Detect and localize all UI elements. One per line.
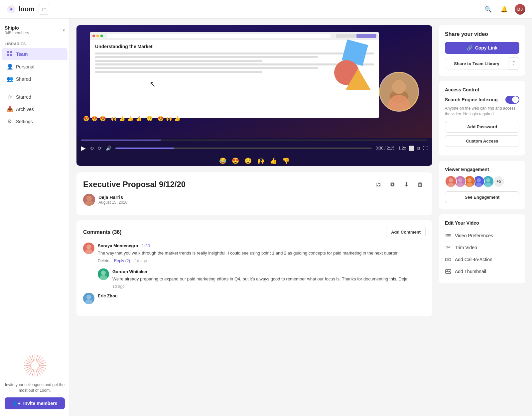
delete-action[interactable]: Delete [98,259,109,263]
video-player[interactable]: Understanding the Market [76,25,432,166]
seekbar[interactable] [115,148,372,149]
reaction-emoji[interactable]: 😍 [232,157,239,164]
svg-rect-67 [446,235,447,236]
cursor-icon: ↖ [150,80,156,89]
author-name: Deja Harris [98,195,127,200]
fullscreen-btn[interactable]: ⛶ [423,146,428,151]
copy-action-btn[interactable]: ⧉ [387,179,398,190]
reaction-emoji[interactable]: 👎 [282,157,290,164]
shared-icon: 👥 [7,76,13,82]
add-cta-item[interactable]: Add Call-to-Action [445,254,519,265]
share-card: Share your video 🔗 Copy Link Share to Te… [439,25,525,76]
starred-icon: ☆ [7,94,13,100]
ctrl-right: 1.2x ⬜ ⧉ ⛶ [398,146,428,151]
search-engine-row: Search Engine Indexing [445,96,519,104]
video-reactions-top: 😍 😍 😍 🙌 👍 👍 👍 😲 😍 🙌 👍 [83,116,376,122]
sidebar-item-team-label: Team [16,52,28,57]
svg-point-54 [457,182,464,187]
svg-point-44 [101,270,106,275]
sidebar-item-starred[interactable]: ☆ Starred [2,91,67,103]
share-library-row: Share to Team Library ⤴ [445,57,519,70]
trim-video-item[interactable]: ✂ Trim Video [445,242,519,254]
browser-line [95,56,318,58]
workspace-header[interactable]: Shiplo 345 members ▾ [0,23,69,38]
video-progress-area [76,138,432,142]
svg-line-30 [27,358,32,363]
sidebar-item-personal-label: Personal [16,64,34,69]
copy-link-label: Copy Link [475,45,498,51]
edit-video-card: Edit Your Video Video Preferences ✂ Trim… [439,214,525,283]
sidebar-item-archives-label: Archives [16,107,34,112]
add-password-btn[interactable]: Add Password [445,121,519,133]
sidebar-item-settings[interactable]: ⚙ Settings [2,116,67,127]
forward-button[interactable]: ⟳ [98,146,102,151]
svg-rect-6 [10,51,12,53]
share-title: Share your video [445,31,519,37]
see-engagement-btn[interactable]: See Engagement [445,191,519,203]
svg-line-18 [38,368,43,374]
sidebar-item-shared[interactable]: 👥 Shared [2,73,67,85]
reply-action[interactable]: Reply (2) [114,259,130,263]
folder-action-btn[interactable]: 🗂 [373,179,384,190]
loom-logo: loom [7,5,35,14]
sidebar-item-personal[interactable]: 👤 Personal [2,61,67,72]
share-library-btn[interactable]: Share to Team Library [445,58,508,69]
download-action-btn[interactable]: ⬇ [401,179,412,190]
reaction-emoji[interactable]: 🙌 [257,157,264,164]
svg-point-38 [86,196,92,201]
comment-item: Soraya Montenegro 1:20 The way that you … [83,243,426,263]
reaction-emoji[interactable]: 😲 [244,157,252,164]
copy-link-btn[interactable]: 🔗 Copy Link [445,42,519,54]
replier-avatar [98,268,109,280]
video-preferences-item[interactable]: Video Preferences [445,230,519,242]
svg-rect-64 [446,234,447,235]
team-icon [7,51,13,57]
reaction-emoji: 😍 [100,116,106,122]
custom-access-btn[interactable]: Custom Access [445,135,519,147]
add-thumbnail-item[interactable]: Add Thumbnail [445,265,519,277]
invite-plus-icon: 👤+ [12,401,21,406]
play-button[interactable]: ▶ [81,145,86,152]
reaction-emoji: 😍 [83,116,89,122]
reaction-emoji[interactable]: 👍 [270,157,277,164]
svg-point-63 [485,182,491,187]
add-comment-btn[interactable]: Add Comment [386,227,426,237]
engagement-extra-count: +5 [493,175,505,187]
seekbar-fill [115,148,174,149]
svg-point-57 [466,182,473,187]
reaction-emoji: 👍 [136,116,142,122]
reply-author: Gordon Whitaker [112,269,147,274]
search-engine-label: Search Engine Indexing [445,97,498,102]
svg-rect-8 [10,54,12,56]
reaction-emoji: 👍 [119,116,125,122]
search-engine-toggle[interactable] [505,96,519,104]
sidebar-item-archives[interactable]: 📥 Archives [2,103,67,115]
svg-point-60 [475,182,482,187]
sidebar-bottom: Invite your colleagues and get the most … [0,347,69,412]
invite-members-btn[interactable]: 👤+ Invite members [5,397,65,409]
presenter-face [380,73,418,111]
loom-logo-text: loom [19,5,35,13]
volume-button[interactable]: 🔊 [106,146,111,151]
svg-point-47 [86,295,91,299]
pip-btn[interactable]: ⧉ [417,146,420,151]
sidebar-item-team[interactable]: Team [2,48,67,60]
video-info: Executive Proposal 9/12/20 🗂 ⧉ ⬇ 🗑 [76,172,432,215]
content-inner: Understanding the Market [76,25,525,316]
sidebar-toggle-btn[interactable] [39,4,49,15]
rewind-button[interactable]: ⟲ [90,146,94,151]
invite-members-label: Invite members [23,401,58,406]
browser-bar [90,32,379,40]
delete-action-btn[interactable]: 🗑 [415,179,426,190]
right-panel: Share your video 🔗 Copy Link Share to Te… [439,25,525,316]
notifications-icon[interactable]: 🔔 [499,4,509,15]
search-icon[interactable]: 🔍 [483,4,493,15]
theater-mode-btn[interactable]: ⬜ [409,146,414,151]
main-layout: Shiplo 345 members ▾ Libraries Team 👤 Pe… [0,19,532,416]
user-avatar[interactable]: DJ [515,4,525,15]
reaction-emoji[interactable]: 😂 [219,157,226,164]
speed-control[interactable]: 1.2x [398,146,406,151]
share-extra-btn[interactable]: ⤴ [508,57,519,70]
comments-title: Comments (36) [83,229,122,235]
video-progress-bar[interactable] [81,140,428,141]
